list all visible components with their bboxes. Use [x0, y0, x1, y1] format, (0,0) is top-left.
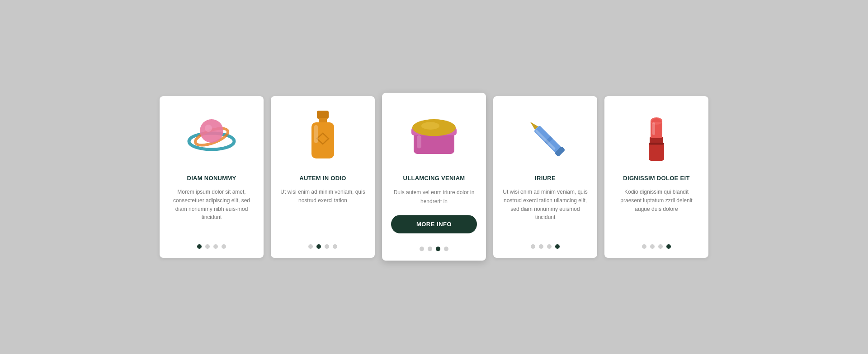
card-4-dots: [531, 240, 560, 249]
card-dignissim-doloe-eit: DIGNISSIM DOLOE EIT Kodio dignissim qui …: [604, 96, 708, 257]
more-info-button[interactable]: MORE INFO: [391, 215, 477, 234]
card-autem-in-odio: AUTEM IN ODIO Ut wisi enim ad minim veni…: [271, 96, 375, 257]
card-5-title: DIGNISSIM DOLOE EIT: [623, 175, 689, 182]
dot: [666, 244, 671, 249]
card-4-text: Ut wisi enim ad minim veniam, quis nostr…: [502, 188, 588, 230]
card-iriure: IRIURE Ut wisi enim ad minim veniam, qui…: [493, 96, 597, 257]
dot: [547, 244, 552, 249]
lipstick-icon: [629, 110, 684, 164]
dot: [428, 247, 432, 252]
dot: [197, 244, 202, 249]
card-3-title: ULLAMCING VENIAM: [403, 175, 465, 182]
dot: [436, 247, 440, 252]
card-1-dots: [197, 240, 226, 249]
card-1-title: DIAM NONUMMY: [187, 175, 236, 182]
svg-point-2: [200, 119, 223, 143]
cards-container: DIAM NONUMMY Morem ipsum dolor sit amet,…: [160, 96, 708, 257]
dot: [642, 244, 646, 249]
dot: [658, 244, 663, 249]
lip-liner-icon: [518, 110, 572, 164]
svg-rect-4: [317, 111, 329, 119]
dot: [531, 244, 535, 249]
dot: [444, 247, 448, 252]
svg-rect-5: [319, 118, 327, 122]
dot: [325, 244, 329, 249]
svg-point-3: [205, 125, 212, 132]
card-4-title: IRIURE: [535, 175, 556, 182]
card-1-text: Morem ipsum dolor sit amet, consectetuer…: [169, 188, 255, 230]
card-diam-nonummy: DIAM NONUMMY Morem ipsum dolor sit amet,…: [160, 96, 264, 257]
svg-rect-19: [649, 144, 664, 161]
card-2-dots: [308, 240, 337, 249]
svg-rect-23: [652, 122, 655, 135]
dot: [213, 244, 218, 249]
card-3-text: Duis autem vel eum iriure dolor in hendr…: [391, 188, 477, 206]
card-3-dots: [420, 242, 448, 252]
dot: [420, 247, 424, 252]
dot: [308, 244, 313, 249]
makeup-sponge-icon: [184, 110, 239, 164]
dot: [555, 244, 560, 249]
svg-rect-8: [314, 125, 318, 143]
dot: [316, 244, 321, 249]
card-5-text: Kodio dignissim qui blandit praesent lup…: [613, 188, 699, 230]
dot: [539, 244, 543, 249]
dot: [650, 244, 655, 249]
svg-rect-13: [417, 135, 421, 149]
svg-rect-24: [649, 143, 664, 144]
cream-jar-icon: [407, 107, 461, 163]
card-ullamcing-veniam: ULLAMCING VENIAM Duis autem vel eum iriu…: [382, 93, 486, 261]
bottle-icon: [296, 110, 350, 164]
card-5-dots: [642, 240, 671, 249]
dot: [222, 244, 226, 249]
dot: [333, 244, 337, 249]
card-2-title: AUTEM IN ODIO: [299, 175, 346, 182]
dot: [205, 244, 210, 249]
card-2-text: Ut wisi enim ad minim veniam, quis nostr…: [280, 188, 366, 230]
